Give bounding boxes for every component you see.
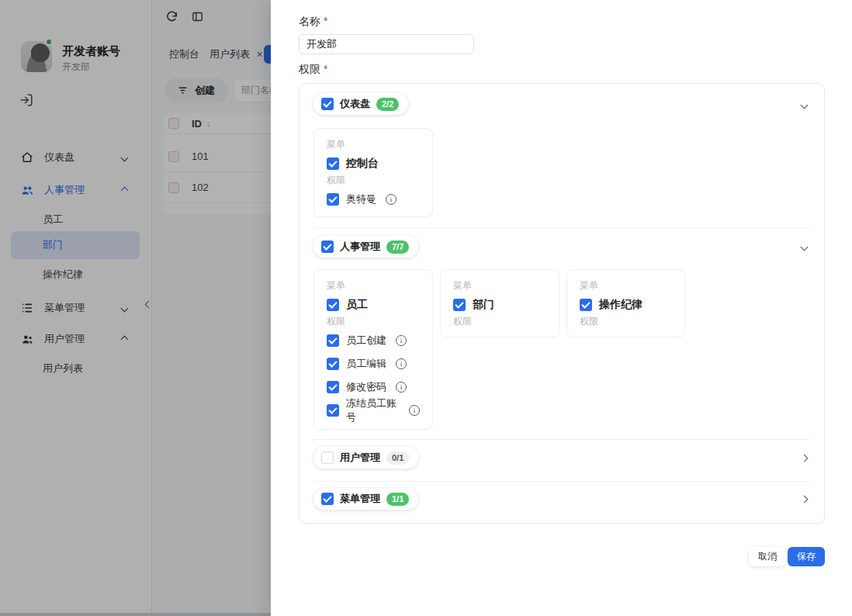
checkbox-checked-icon[interactable]: [327, 157, 339, 170]
name-field-label: 名称*: [299, 15, 327, 29]
required-asterisk: *: [324, 15, 327, 27]
cancel-button[interactable]: 取消: [749, 547, 786, 566]
section-divider: [313, 227, 810, 228]
perm-item-employee-edit[interactable]: 员工编辑: [327, 357, 420, 370]
menu-card-employee: 菜单 员工 权限 员工创建 员工编辑 修改密码: [313, 269, 433, 430]
perm-item-freeze-account[interactable]: 冻结员工账号: [327, 403, 420, 417]
perm-item-change-password[interactable]: 修改密码: [327, 380, 420, 393]
info-icon[interactable]: [386, 194, 397, 205]
menu-card-console: 菜单 控制台 权限 奥特曼: [313, 128, 433, 217]
section-title: 仪表盘: [340, 97, 370, 111]
chevron-down-icon[interactable]: [801, 244, 809, 251]
perm-group-label: 权限: [580, 315, 672, 328]
info-icon[interactable]: [396, 335, 407, 346]
section-dashboard-toggle[interactable]: 仪表盘 2/2: [313, 93, 408, 115]
checkbox-checked-icon[interactable]: [327, 193, 339, 206]
label-text: 名称: [299, 15, 320, 27]
checkbox-checked-icon[interactable]: [321, 493, 334, 505]
modal-backdrop[interactable]: [0, 0, 271, 616]
info-icon[interactable]: [409, 405, 420, 416]
app-root: 开发者账号 开发部 仪表盘 人事管理: [0, 0, 852, 616]
count-badge: 0/1: [386, 452, 409, 465]
chevron-down-icon[interactable]: [801, 102, 809, 109]
count-badge: 2/2: [376, 98, 399, 111]
save-button[interactable]: 保存: [788, 547, 825, 566]
menu-item-label: 员工: [346, 298, 368, 312]
checkbox-checked-icon[interactable]: [453, 299, 466, 311]
checkbox-checked-icon[interactable]: [580, 299, 592, 311]
menu-item-label: 控制台: [346, 157, 379, 171]
chevron-right-icon[interactable]: [801, 455, 809, 462]
checkbox-checked-icon[interactable]: [327, 299, 339, 311]
menu-group-label: 菜单: [453, 279, 546, 292]
perm-item-employee-create[interactable]: 员工创建: [327, 334, 420, 347]
menu-group-label: 菜单: [327, 279, 420, 292]
menu-card-department: 菜单 部门 权限: [440, 269, 559, 337]
checkbox-checked-icon[interactable]: [327, 334, 339, 347]
menu-group-label: 菜单: [327, 138, 420, 151]
perm-item-label: 员工编辑: [346, 357, 386, 371]
menu-item-operation-log[interactable]: 操作纪律: [580, 298, 672, 312]
perm-group-label: 权限: [327, 174, 420, 187]
section-title: 菜单管理: [340, 492, 380, 506]
menu-item-label: 操作纪律: [599, 298, 642, 312]
perm-group-label: 权限: [453, 315, 546, 328]
info-icon[interactable]: [396, 382, 407, 393]
label-text: 权限: [299, 63, 320, 75]
permission-field-label: 权限*: [299, 63, 327, 77]
permission-tree-container: 仪表盘 2/2 菜单 控制台 权限 奥特曼: [299, 83, 825, 524]
info-icon[interactable]: [396, 358, 407, 369]
section-divider: [313, 481, 810, 482]
perm-item-label: 员工创建: [346, 334, 386, 348]
chevron-right-icon[interactable]: [801, 496, 809, 504]
menu-item-console[interactable]: 控制台: [327, 157, 420, 171]
checkbox-checked-icon[interactable]: [327, 381, 339, 393]
perm-item-ultraman[interactable]: 奥特曼: [327, 192, 420, 206]
perm-item-label: 奥特曼: [346, 192, 376, 206]
menu-item-department[interactable]: 部门: [453, 298, 546, 312]
menu-item-label: 部门: [473, 298, 494, 312]
menu-item-employee[interactable]: 员工: [327, 298, 420, 312]
menu-group-label: 菜单: [580, 279, 672, 292]
perm-item-label: 冻结员工账号: [346, 396, 400, 424]
section-hr-toggle[interactable]: 人事管理 7/7: [313, 236, 418, 258]
section-divider: [313, 439, 810, 440]
checkbox-checked-icon[interactable]: [321, 241, 334, 253]
section-user-mgmt-toggle[interactable]: 用户管理 0/1: [313, 447, 418, 469]
count-badge: 1/1: [386, 493, 409, 506]
checkbox-unchecked-icon[interactable]: [321, 452, 334, 464]
required-asterisk: *: [324, 63, 327, 75]
checkbox-checked-icon[interactable]: [327, 358, 339, 370]
perm-group-label: 权限: [327, 315, 420, 328]
section-menu-mgmt-toggle[interactable]: 菜单管理 1/1: [313, 488, 418, 510]
section-title: 人事管理: [340, 240, 380, 254]
perm-item-label: 修改密码: [346, 380, 386, 394]
name-input[interactable]: [299, 34, 474, 54]
checkbox-checked-icon[interactable]: [321, 98, 334, 110]
menu-card-operation-log: 菜单 操作纪律 权限: [566, 269, 685, 337]
checkbox-checked-icon[interactable]: [327, 404, 339, 417]
count-badge: 7/7: [386, 241, 409, 254]
section-title: 用户管理: [340, 451, 380, 465]
edit-department-drawer: 名称* 权限* 仪表盘 2/2 菜单 控制台 权限: [271, 0, 852, 616]
